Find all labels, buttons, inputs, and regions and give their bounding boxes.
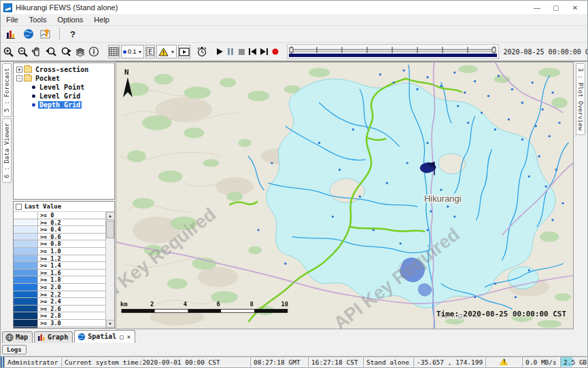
legend-header: Last Value [14, 202, 114, 212]
legend-swatch [14, 276, 38, 283]
timeseries-dialog-icon[interactable] [39, 27, 54, 41]
database-viewer-icon[interactable] [3, 27, 18, 41]
animation-dialog-icon[interactable] [178, 45, 190, 58]
status-memory[interactable]: 2.5 GB [560, 356, 587, 367]
zoom-previous-icon[interactable] [44, 45, 58, 58]
legend-swatch [14, 284, 38, 291]
skip-to-end-button[interactable] [259, 45, 269, 58]
tab-spatial[interactable]: Spatial ▢ ✕ [74, 330, 135, 343]
tab-maximize-icon[interactable]: ▢ [120, 333, 123, 340]
status-warning[interactable] [485, 356, 522, 367]
chevron-down-icon: ▼ [170, 50, 175, 54]
tree-item-level-grid[interactable]: Level Grid [15, 92, 113, 100]
legend-row[interactable]: >= 2.8 [14, 312, 105, 320]
main-area: 5 : Forecast 6 : Data Viewer + Cross-sec… [1, 61, 587, 329]
menu-help[interactable]: Help [88, 16, 115, 24]
tab-forecast[interactable]: 5 : Forecast [2, 63, 12, 117]
status-mode: Stand alone [363, 356, 413, 367]
legend-row[interactable]: >= 1.4 [14, 262, 105, 270]
zoom-in-icon[interactable] [2, 45, 15, 58]
pause-button[interactable] [226, 45, 235, 58]
scroll-thumb[interactable] [106, 221, 114, 238]
svg-text:6: 6 [217, 301, 220, 308]
svg-text:10: 10 [281, 301, 289, 308]
timeline-wrap: 2020-08-25 00:00:00 CST [287, 44, 588, 59]
bullet-icon [32, 103, 35, 107]
legend-row[interactable]: >= 1.8 [14, 276, 105, 284]
legend-swatch [14, 327, 38, 329]
tab-data-viewer[interactable]: 6 : Data Viewer [2, 118, 12, 183]
legend-scrollbar[interactable]: ▲ ▼ [105, 212, 114, 328]
stop-button[interactable] [237, 45, 246, 58]
bullet-icon [32, 86, 35, 89]
map-globe-icon[interactable] [21, 27, 36, 41]
tree-item-level-point[interactable]: Level Point [15, 83, 113, 92]
legend-row[interactable]: >= 2.0 [14, 284, 105, 291]
maximize-button[interactable]: ▢ [547, 1, 566, 14]
legend-row[interactable]: >= 2.6 [14, 306, 105, 313]
blue-globe-icon [77, 333, 86, 341]
legend-row[interactable]: >= 0 [14, 212, 105, 219]
legend-row[interactable]: >= 0.8 [14, 240, 105, 248]
expand-icon[interactable]: + [16, 67, 22, 73]
scroll-up-icon[interactable]: ▲ [106, 212, 115, 220]
legend-row[interactable]: >= 0.4 [14, 226, 105, 234]
layers-icon[interactable] [74, 45, 86, 58]
legend-row[interactable]: >= 0.2 [14, 219, 105, 227]
grid-display-icon[interactable] [108, 45, 120, 58]
legend-row[interactable]: >= 1.2 [14, 255, 105, 263]
map-svg: API Key Required API Key Required Hikura… [116, 62, 573, 329]
tree-item-pocket[interactable]: - Pocket [15, 74, 113, 83]
left-panel: + Cross-section - Pocket Level Point [12, 62, 116, 329]
menu-tools[interactable]: Tools [24, 16, 52, 24]
last-value-label: Last Value [24, 203, 61, 210]
animation-timer-icon[interactable] [196, 45, 208, 58]
zoom-out-icon[interactable] [16, 45, 29, 58]
legend-label: >= 1.4 [38, 262, 105, 269]
legend-row[interactable]: >= 3.0 [14, 320, 105, 327]
bar-chart-icon [37, 333, 46, 342]
scroll-down-icon[interactable]: ▼ [106, 320, 115, 328]
legend-row[interactable]: >= 2.2 [14, 291, 105, 299]
tab-map[interactable]: Map [2, 331, 33, 343]
minimize-button[interactable]: — [528, 1, 547, 14]
tab-map-label: Map [16, 333, 28, 341]
pan-hand-icon[interactable] [31, 45, 43, 58]
tree-item-cross-section[interactable]: + Cross-section [15, 65, 113, 74]
window-title: Hikurangi FEWS (Stand alone) [16, 3, 118, 12]
classification-icon[interactable]: E [145, 45, 155, 58]
warnings-combo[interactable]: ▼ [156, 45, 177, 58]
close-button[interactable]: ✕ [566, 1, 585, 14]
help-button[interactable]: ? [65, 27, 80, 41]
map-toolbar: 0.1 ▼ E ▼ [1, 42, 587, 61]
menu-file[interactable]: File [1, 16, 24, 24]
legend-row[interactable]: >= 0.6 [14, 234, 105, 241]
legend-row[interactable]: >= 1.6 [14, 270, 105, 277]
logs-button[interactable]: Logs [2, 345, 27, 354]
warning-icon [500, 358, 508, 365]
legend-row[interactable]: >= 3.2 [14, 327, 105, 329]
map-canvas[interactable]: API Key Required API Key Required Hikura… [116, 62, 574, 329]
last-value-checkbox[interactable] [16, 204, 22, 210]
timeline-slider[interactable] [287, 44, 499, 59]
play-button[interactable] [215, 45, 224, 58]
tab-plot-overview[interactable]: 3 : Plot Overview [576, 63, 585, 135]
record-button[interactable] [271, 45, 280, 58]
tab-close-icon[interactable]: ✕ [127, 333, 131, 340]
contour-interval-combo[interactable]: 0.1 ▼ [121, 45, 144, 58]
legend-swatch [14, 226, 38, 233]
legend-swatch [14, 298, 38, 305]
legend-row[interactable]: >= 1.0 [14, 248, 105, 255]
legend-swatch [14, 262, 38, 269]
warning-icon [158, 48, 169, 56]
collapse-icon[interactable]: - [16, 75, 22, 81]
legend-row[interactable]: >= 2.4 [14, 298, 105, 306]
tree-item-depth-grid[interactable]: Depth Grid [15, 100, 113, 109]
menu-options[interactable]: Options [52, 16, 88, 24]
skip-to-start-button[interactable] [247, 45, 258, 58]
legend-swatch [14, 234, 38, 240]
tab-graph[interactable]: Graph [34, 331, 73, 343]
svg-text:km: km [120, 301, 128, 308]
zoom-next-icon[interactable] [59, 45, 73, 58]
info-icon[interactable] [88, 45, 100, 58]
